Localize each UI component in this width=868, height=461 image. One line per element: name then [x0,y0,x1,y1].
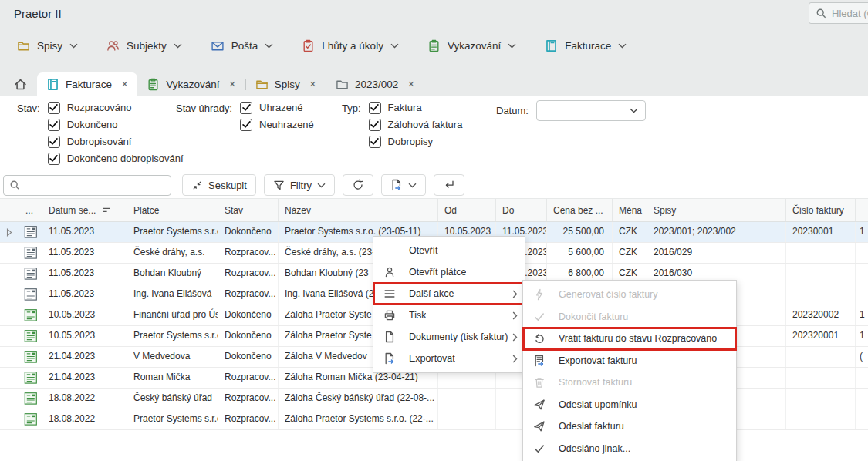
column-header-cislo-faktury[interactable]: Číslo faktury [786,199,856,221]
column-header-spisy[interactable]: Spisy [647,199,786,221]
tab-spisy[interactable]: Spisy✕ [246,72,326,96]
column-header-platce[interactable]: Plátce [127,199,218,221]
checkbox-dokonceno-dobropisovani[interactable] [48,153,60,165]
column-header-label: Spisy [654,200,676,221]
checkbox-dobropisovani[interactable] [48,136,60,148]
cell-datum: 21.04.2023 [42,347,127,367]
column-header-nazev[interactable]: Název [279,199,438,221]
menu-item-label: Otevřít [409,245,438,256]
menu-item-label: Otevřít plátce [409,267,466,278]
menu-item-vykazovani[interactable]: Vykazování [427,39,516,52]
chevron-right-icon [512,333,518,342]
row-type-cell [19,347,42,367]
column-header-cena-bez[interactable]: Cena bez ... [547,199,613,221]
submenu-item-odeslano-jinak[interactable]: Odesláno jinak... [523,438,736,460]
global-search-box[interactable]: Hledat (C [809,2,868,24]
column-header-do[interactable]: Do [496,199,547,221]
refresh-icon [352,179,364,191]
submenu-item-stornovat-fakturu[interactable]: Stornovat fakturu [523,372,736,394]
tab-fakturace[interactable]: Fakturace✕ [37,72,137,96]
menu-item-fakturace[interactable]: Fakturace [545,39,627,52]
close-icon[interactable]: ✕ [407,79,414,89]
menu-item-posta[interactable]: Pošta [211,39,274,52]
close-icon[interactable]: ✕ [229,79,236,89]
close-icon[interactable]: ✕ [121,79,128,89]
column-header-datum-se[interactable]: Datum se... [42,199,127,221]
filtry-button[interactable]: Filtry [264,174,335,196]
cell-edge: 1 [856,326,868,346]
export-document-button[interactable] [381,174,426,196]
column-header-stav[interactable]: Stav [218,199,279,221]
checkbox-faktura[interactable] [369,102,381,114]
checkbox-uhrazene[interactable] [240,102,252,114]
column-header-blank[interactable] [0,199,19,221]
cell-edge: ( [856,347,868,367]
checkbox-neuhrazene[interactable] [240,119,252,131]
cell-cislo-faktury [786,409,856,429]
cell-cena: 25 500,00 [547,222,613,242]
context-menu-item-tisk[interactable]: Tisk [373,305,525,326]
export-invoice-icon [532,355,546,367]
checkbox-dokonceno[interactable] [48,119,60,131]
submenu-item-odeslat-upominku[interactable]: Odeslat upomínku [523,394,736,416]
submenu-item-vratit-fakturu-do-stavu-rozpracovano[interactable]: Vrátit fakturu do stavu Rozpracováno [523,328,736,350]
cell-platce: Praetor Systems s.r.o. [127,409,218,429]
cell-mena: CZK [613,243,647,263]
close-icon[interactable]: ✕ [309,79,316,89]
column-header-label: Do [502,200,514,221]
menu-item-spisy[interactable]: Spisy [17,39,78,52]
cell-edge [856,389,868,409]
column-header-label: Stav [225,200,243,221]
cell-cislo-faktury: 202320002 [786,305,856,325]
column-header-mena[interactable]: Měna [613,199,647,221]
cell-platce: Roman Mička [127,368,218,388]
menu-item-label: Odeslat fakturu [559,421,624,432]
cell-datum: 11.05.2023 [42,243,127,263]
chevron-down-icon [390,43,399,49]
tab-2023-002[interactable]: 2023/002✕ [326,72,424,96]
checkbox-zalohova-faktura[interactable] [369,119,381,131]
submenu-item-odeslat-fakturu[interactable]: Odeslat fakturu [523,416,736,438]
context-menu-item-otevrit-platce[interactable]: Otevřít plátce [373,261,525,283]
row-type-cell [19,305,42,325]
expand-cell[interactable] [0,222,19,242]
menu-item-subjekty[interactable]: Subjekty [106,39,182,52]
submenu-item-generovat-cislo-faktury[interactable]: Generovat číslo faktury [523,284,736,306]
column-header-blank[interactable] [856,199,868,221]
home-tab-button[interactable] [8,72,32,96]
context-menu: OtevřítOtevřít plátceDalší akceTiskDokum… [373,236,525,373]
filter-option-uhrazene: Uhrazené [240,101,314,114]
menu-item-label: Generovat číslo faktury [559,289,658,300]
cell-edge [856,284,868,305]
checkbox-rozpracovano[interactable] [48,102,60,114]
invoice-doc-green [24,371,38,385]
seskupit-button[interactable]: Seskupit [182,174,256,196]
table-search-input[interactable] [25,179,160,192]
printer-icon [383,309,397,321]
submenu-item-exportovat-fakturu[interactable]: Exportovat fakturu [523,350,736,372]
chevron-down-icon [265,43,273,49]
context-menu-item-exportovat[interactable]: Exportovat [373,348,525,369]
menu-item-label: Fakturace [565,40,611,52]
tab-vykazovani[interactable]: Vykazování✕ [137,72,245,96]
datum-dropdown[interactable] [536,100,646,121]
table-row[interactable]: 18.08.2022Praetor Systems s.r.o.Rozpraco… [0,409,868,430]
column-header-item[interactable]: ... [19,199,42,221]
context-menu-item-dokumenty-tisk-faktur[interactable]: Dokumenty (tisk faktur) [373,326,525,348]
filter-group-stav: Stav: RozpracovánoDokončenoDobropisování… [17,101,184,165]
table-search-box[interactable] [3,175,171,196]
submenu-item-dokoncit-fakturu[interactable]: Dokončit fakturu [523,306,736,328]
checkbox-dobropisy[interactable] [369,136,381,148]
column-header-od[interactable]: Od [438,199,496,221]
cell-stav: Dokončeno [218,326,279,346]
return-button[interactable] [434,174,464,196]
search-icon [816,8,827,19]
menu-item-label: Spisy [37,40,62,52]
context-menu-item-dalsi-akce[interactable]: Další akce [373,283,525,305]
refresh-button[interactable] [343,174,373,196]
cell-platce: Finanční úřad pro Ús... [127,305,218,325]
menu-item-lhuty-a-ukoly[interactable]: Lhůty a úkoly [302,39,399,52]
context-menu-item-otevrit[interactable]: Otevřít [373,240,525,261]
table-row[interactable]: 18.08.2022Český báňský úřadRozpracov...Z… [0,389,868,409]
cell-stav: Rozpracov... [218,368,279,388]
